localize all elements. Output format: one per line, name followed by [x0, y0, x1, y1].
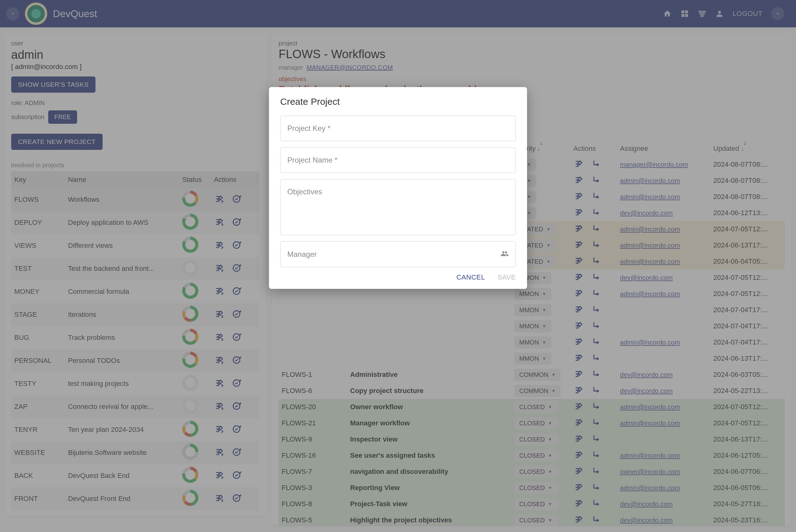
- create-project-modal: Create Project Project Key * Project Nam…: [269, 87, 527, 289]
- objectives-field[interactable]: Objectives: [280, 179, 516, 235]
- people-icon: [500, 250, 509, 259]
- cancel-button[interactable]: CANCEL: [456, 273, 485, 281]
- save-button[interactable]: SAVE: [497, 273, 516, 281]
- manager-field[interactable]: Manager: [280, 241, 516, 267]
- project-name-field[interactable]: Project Name *: [280, 147, 516, 173]
- modal-scrim[interactable]: Create Project Project Key * Project Nam…: [0, 0, 796, 532]
- modal-title: Create Project: [280, 96, 516, 107]
- project-key-field[interactable]: Project Key *: [280, 116, 516, 141]
